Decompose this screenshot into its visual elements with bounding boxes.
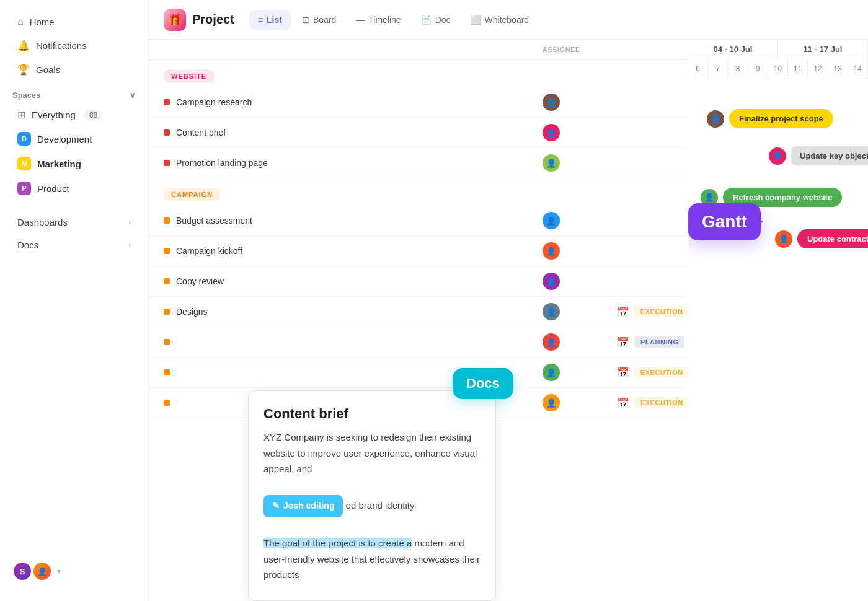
task-dot: [164, 160, 170, 166]
gantt-day: 12: [808, 59, 828, 79]
doc-title: Content brief: [264, 406, 480, 422]
topbar: 🎁 Project ≡ List ⊡ Board — Timeline 📄 Do…: [149, 0, 868, 40]
timeline-icon: —: [356, 15, 365, 25]
calendar-icon: 📅: [617, 336, 629, 348]
gantt-week-2: 11 - 17 Jul: [778, 40, 868, 59]
space-label: Everything: [32, 110, 76, 120]
gantt-overlay: 04 - 10 Jul 11 - 17 Jul 6 7 8 9 10 11 12…: [688, 40, 868, 601]
chevron-down-icon[interactable]: ∨: [130, 90, 136, 100]
avatar: 👤: [542, 394, 560, 411]
avatar: 👤: [542, 333, 560, 351]
sidebar-item-product[interactable]: P Product: [5, 176, 143, 201]
tab-list[interactable]: ≡ List: [249, 10, 291, 30]
tab-board[interactable]: ⊡ Board: [293, 10, 345, 30]
tab-doc[interactable]: 📄 Doc: [412, 10, 459, 30]
chevron-down-icon[interactable]: ▾: [57, 567, 61, 576]
avatar: 👤: [542, 154, 560, 172]
sidebar-item-development[interactable]: D Development: [5, 126, 143, 151]
gantt-day: 7: [708, 59, 728, 79]
gantt-popup[interactable]: Gantt: [688, 203, 761, 240]
table-row[interactable]: Content brief 👤: [149, 118, 706, 148]
table-row[interactable]: Campaign kickoff 👤: [149, 236, 706, 266]
task-column-header: [164, 46, 542, 53]
doc-icon: 📄: [421, 15, 432, 25]
docs-popup[interactable]: Docs: [453, 368, 513, 399]
sidebar: ⌂ Home 🔔 Notifications 🏆 Goals Spaces ∨ …: [0, 0, 149, 601]
doc-preview: Content brief XYZ Company is seeking to …: [248, 390, 496, 601]
gantt-days-row: 6 7 8 9 10 11 12 13 14: [688, 59, 868, 79]
gantt-week-1: 04 - 10 Jul: [688, 40, 778, 59]
tab-navigation: ≡ List ⊡ Board — Timeline 📄 Doc ⬜ Whiteb…: [249, 10, 538, 30]
avatar-s[interactable]: S: [12, 561, 32, 581]
sidebar-item-docs[interactable]: Docs ›: [5, 234, 143, 257]
josh-editing-badge[interactable]: ✎ Josh editing: [264, 495, 343, 517]
sidebar-item-goals[interactable]: 🏆 Goals: [5, 58, 143, 82]
gantt-day: 13: [828, 59, 848, 79]
status-cell: 📅 PLANNING ⚑: [617, 336, 691, 348]
sidebar-item-label: Home: [30, 17, 55, 27]
assignee-cell: 👤: [542, 242, 617, 260]
josh-editing-label: Josh editing: [283, 499, 334, 514]
calendar-icon: 📅: [617, 306, 629, 318]
project-title: Project: [192, 12, 234, 27]
assignee-cell: 👤: [542, 94, 617, 111]
gantt-week-row: 04 - 10 Jul 11 - 17 Jul: [688, 40, 868, 59]
avatar: 👤: [775, 230, 792, 248]
gantt-day: 6: [688, 59, 708, 79]
trophy-icon: 🏆: [17, 64, 30, 76]
gantt-bar-label: Finalize project scope: [739, 114, 823, 123]
sidebar-item-everything[interactable]: ⊞ Everything 88: [5, 103, 143, 126]
highlighted-text: The goal of the project is to create a: [264, 538, 412, 548]
table-row[interactable]: Promotion landing page 👤: [149, 148, 706, 178]
gantt-bar-finalize[interactable]: Finalize project scope: [729, 109, 833, 128]
status-cell: 📅 EXECUTION ⚑: [617, 397, 691, 409]
task-name: Campaign research: [176, 97, 252, 107]
sidebar-item-home[interactable]: ⌂ Home: [5, 10, 143, 33]
gantt-bar-label: Update contractor agreement: [807, 234, 868, 243]
gantt-bar-container: 👤 Update key objectives: [769, 146, 868, 165]
task-name-cell: Promotion landing page: [164, 158, 542, 168]
gantt-bar-update-objectives[interactable]: Update key objectives: [791, 146, 868, 165]
table-row[interactable]: Campaign research 👤: [149, 87, 706, 118]
task-dot: [164, 309, 170, 315]
tab-label: Whiteboard: [485, 15, 529, 25]
assignee-cell: 👤: [542, 333, 617, 351]
table-row[interactable]: Copy review 👤: [149, 266, 706, 297]
doc-body: XYZ Company is seeking to redesign their…: [264, 429, 480, 583]
task-dot: [164, 400, 170, 406]
assignee-cell: 👤: [542, 212, 617, 229]
chevron-right-icon: ›: [128, 241, 131, 250]
gantt-body: 👤 Finalize project scope 👤 Update key ob…: [688, 79, 868, 389]
gantt-day: 9: [748, 59, 768, 79]
whiteboard-icon: ⬜: [471, 15, 481, 25]
table-row[interactable]: Budget assessment 👤: [149, 206, 706, 236]
table-row[interactable]: Designs 👤 📅 EXECUTION ⚑: [149, 297, 706, 327]
status-column-header: [617, 46, 691, 53]
bell-icon: 🔔: [17, 40, 30, 51]
table-row[interactable]: 👤 📅 EXECUTION ⚑: [149, 358, 706, 388]
assignee-cell: 👤: [542, 154, 617, 172]
tab-timeline[interactable]: — Timeline: [347, 10, 409, 30]
assignee-cell: 👤: [542, 273, 617, 290]
gantt-bar-contractor[interactable]: Update contractor agreement: [797, 229, 868, 248]
sidebar-item-marketing[interactable]: M Marketing: [5, 151, 143, 176]
gantt-day: 8: [728, 59, 748, 79]
sidebar-item-label: Goals: [36, 64, 60, 75]
space-label: Marketing: [37, 159, 81, 169]
sidebar-item-dashboards[interactable]: Dashboards ›: [5, 211, 143, 234]
section-website: WEBSITE Campaign research 👤 Content brie…: [149, 60, 706, 178]
sidebar-item-notifications[interactable]: 🔔 Notifications: [5, 33, 143, 58]
avatar: 👤: [542, 212, 560, 229]
doc-paragraph-1: XYZ Company is seeking to redesign their…: [264, 429, 480, 477]
tab-whiteboard[interactable]: ⬜ Whiteboard: [462, 10, 538, 30]
task-name: Promotion landing page: [176, 158, 268, 168]
tab-label: Timeline: [368, 15, 401, 25]
table-row[interactable]: 👤 📅 PLANNING ⚑: [149, 327, 706, 358]
spaces-header: Spaces ∨: [0, 82, 148, 103]
task-dot: [164, 129, 170, 136]
task-name-cell: Copy review: [164, 276, 542, 286]
task-name-cell: [164, 339, 542, 345]
tab-label: List: [267, 15, 282, 25]
task-name-cell: Campaign kickoff: [164, 246, 542, 256]
main-content: 🎁 Project ≡ List ⊡ Board — Timeline 📄 Do…: [149, 0, 868, 601]
